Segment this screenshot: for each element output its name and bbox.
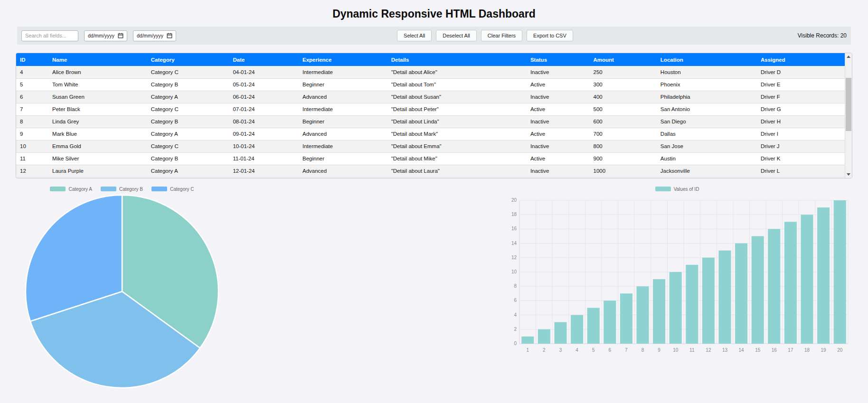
- table-row[interactable]: 7Peter BlackCategory C07-01-24Intermedia…: [16, 103, 845, 115]
- deselect-all-button[interactable]: Deselect All: [436, 30, 476, 41]
- legend-item[interactable]: Values of ID: [655, 187, 699, 192]
- x-axis-tick-label: 14: [739, 347, 745, 353]
- column-header-id[interactable]: ID: [16, 53, 48, 66]
- table-cell: Emma Gold: [48, 140, 147, 152]
- legend-label: Values of ID: [674, 187, 699, 192]
- bar-19[interactable]: [817, 207, 830, 344]
- table-cell: 12: [16, 165, 48, 177]
- legend-item[interactable]: Category A: [50, 187, 92, 192]
- table-cell: 9: [16, 128, 48, 140]
- table-cell: Tom White: [48, 78, 147, 91]
- table-cell: 7: [16, 103, 48, 115]
- table-cell: 800: [589, 140, 656, 152]
- x-axis-tick-label: 3: [559, 347, 562, 353]
- bar-8[interactable]: [637, 286, 649, 344]
- table-cell: "Detail about Mike": [387, 152, 527, 165]
- legend-label: Category B: [119, 187, 143, 192]
- column-header-date[interactable]: Date: [229, 53, 299, 66]
- bar-18[interactable]: [801, 215, 813, 344]
- bar-1[interactable]: [521, 337, 534, 344]
- table-cell: Mike Silver: [48, 152, 147, 165]
- table-row[interactable]: 4Alice BrownCategory C04-01-24Intermedia…: [16, 66, 845, 78]
- legend-item[interactable]: Category C: [151, 187, 194, 192]
- table-row[interactable]: 11Mike SilverCategory B11-01-24Beginner"…: [16, 152, 845, 165]
- table-cell: Dallas: [657, 128, 757, 140]
- table-row[interactable]: 9Mark BlueCategory A09-01-24Advanced"Det…: [16, 128, 845, 140]
- scroll-up-icon[interactable]: [845, 53, 852, 60]
- table-cell: Beginner: [299, 115, 387, 128]
- y-axis-tick-label: 14: [511, 241, 517, 246]
- table-cell: Category C: [147, 103, 229, 115]
- table-row[interactable]: 12Laura PurpleCategory A12-01-24Advanced…: [16, 165, 845, 177]
- calendar-icon: [118, 33, 123, 38]
- bar-12[interactable]: [702, 258, 715, 344]
- table-cell: 10-01-24: [229, 140, 299, 152]
- column-header-name[interactable]: Name: [48, 53, 147, 66]
- table-cell: 5: [16, 78, 48, 91]
- column-header-experience[interactable]: Experience: [299, 53, 387, 66]
- table-cell: Driver K: [757, 152, 845, 165]
- legend-item[interactable]: Category B: [101, 187, 143, 192]
- scrollbar-thumb[interactable]: [846, 78, 851, 131]
- table-cell: Laura Purple: [48, 165, 147, 177]
- x-axis-tick-label: 19: [821, 347, 827, 353]
- bar-14[interactable]: [735, 244, 747, 344]
- clear-filters-button[interactable]: Clear Filters: [481, 30, 522, 41]
- bar-13[interactable]: [719, 251, 731, 344]
- bar-4[interactable]: [571, 315, 583, 344]
- bar-15[interactable]: [752, 236, 764, 344]
- date-from-input[interactable]: dd/mm/yyyy: [84, 30, 127, 41]
- table-cell: Driver G: [757, 103, 845, 115]
- x-axis-tick-label: 11: [689, 347, 695, 353]
- table-cell: Intermediate: [299, 140, 387, 152]
- column-header-category[interactable]: Category: [147, 53, 229, 66]
- bar-10[interactable]: [670, 272, 682, 344]
- date-to-input[interactable]: dd/mm/yyyy: [133, 30, 176, 41]
- table-row[interactable]: 5Tom WhiteCategory B05-01-24Beginner"Det…: [16, 78, 845, 91]
- bar-17[interactable]: [784, 222, 797, 344]
- x-axis-tick-label: 5: [592, 347, 595, 353]
- legend-swatch-icon: [655, 187, 671, 191]
- bar-20[interactable]: [834, 200, 846, 344]
- column-header-amount[interactable]: Amount: [589, 53, 656, 66]
- legend-swatch-icon: [50, 187, 66, 191]
- bar-9[interactable]: [653, 279, 665, 344]
- table-cell: "Detail about Emma": [387, 140, 527, 152]
- column-header-status[interactable]: Status: [527, 53, 590, 66]
- table-row[interactable]: 10Emma GoldCategory C10-01-24Intermediat…: [16, 140, 845, 152]
- table-cell: Philadelphia: [657, 91, 757, 103]
- table-row[interactable]: 8Linda GreyCategory B08-01-24Beginner"De…: [16, 115, 845, 128]
- bar-2[interactable]: [538, 329, 550, 344]
- bar-7[interactable]: [620, 293, 632, 344]
- table-cell: Alice Brown: [48, 66, 147, 78]
- legend-swatch-icon: [101, 187, 116, 191]
- export-csv-button[interactable]: Export to CSV: [527, 30, 573, 41]
- table-cell: Active: [527, 152, 590, 165]
- scroll-down-icon[interactable]: [845, 171, 852, 178]
- table-row[interactable]: 6Susan GreenCategory A06-01-24Advanced"D…: [16, 91, 845, 103]
- table-cell: 08-01-24: [229, 115, 299, 128]
- table-cell: Driver J: [757, 140, 845, 152]
- column-header-details[interactable]: Details: [387, 53, 527, 66]
- table-cell: Active: [527, 103, 590, 115]
- x-axis-tick-label: 20: [837, 347, 843, 353]
- table-cell: Inactive: [527, 115, 590, 128]
- table-cell: 500: [589, 103, 656, 115]
- page-title: Dynamic Responsive HTML Dashboard: [0, 8, 868, 20]
- y-axis-tick-label: 12: [511, 255, 517, 260]
- select-all-button[interactable]: Select All: [397, 30, 432, 41]
- bar-16[interactable]: [768, 229, 780, 344]
- bar-11[interactable]: [686, 265, 698, 344]
- table-cell: Category C: [147, 66, 229, 78]
- column-header-location[interactable]: Location: [657, 53, 757, 66]
- y-axis-tick-label: 18: [511, 212, 517, 217]
- table-cell: 12-01-24: [229, 165, 299, 177]
- bar-5[interactable]: [587, 308, 600, 344]
- x-axis-tick-label: 15: [755, 347, 761, 353]
- bar-6[interactable]: [604, 300, 616, 344]
- search-input[interactable]: [21, 30, 78, 41]
- table-cell: Driver H: [757, 115, 845, 128]
- column-header-assigned[interactable]: Assigned: [757, 53, 845, 66]
- table-scrollbar[interactable]: [845, 53, 852, 178]
- bar-3[interactable]: [555, 322, 567, 344]
